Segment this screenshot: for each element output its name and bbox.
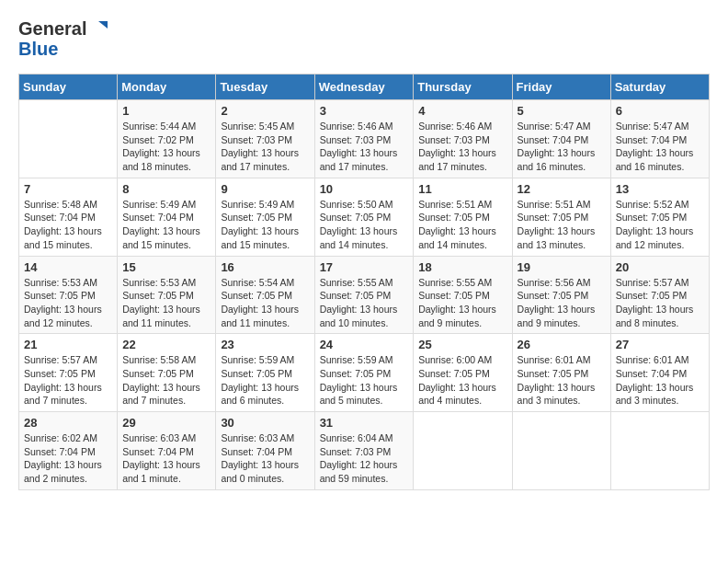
calendar-week-row: 7Sunrise: 5:48 AM Sunset: 7:04 PM Daylig… [19, 178, 710, 256]
day-info: Sunrise: 5:51 AM Sunset: 7:05 PM Dayligh… [518, 198, 606, 252]
calendar-cell: 19Sunrise: 5:56 AM Sunset: 7:05 PM Dayli… [512, 256, 610, 334]
day-number: 20 [616, 260, 704, 274]
day-info: Sunrise: 5:48 AM Sunset: 7:04 PM Dayligh… [24, 198, 112, 252]
calendar-cell: 15Sunrise: 5:53 AM Sunset: 7:05 PM Dayli… [118, 256, 216, 334]
day-info: Sunrise: 6:03 AM Sunset: 7:04 PM Dayligh… [122, 431, 210, 486]
day-info: Sunrise: 5:50 AM Sunset: 7:05 PM Dayligh… [320, 198, 409, 252]
calendar-week-row: 14Sunrise: 5:53 AM Sunset: 7:05 PM Dayli… [19, 256, 710, 334]
day-info: Sunrise: 5:58 AM Sunset: 7:05 PM Dayligh… [122, 353, 210, 408]
header-thursday: Thursday [414, 75, 512, 100]
day-number: 7 [24, 182, 112, 196]
calendar-cell: 28Sunrise: 6:02 AM Sunset: 7:04 PM Dayli… [19, 412, 118, 490]
calendar-cell: 9Sunrise: 5:49 AM Sunset: 7:05 PM Daylig… [216, 178, 314, 256]
page-header: General Blue [18, 18, 710, 59]
calendar-cell: 31Sunrise: 6:04 AM Sunset: 7:03 PM Dayli… [314, 412, 414, 490]
header-monday: Monday [118, 75, 216, 100]
day-number: 6 [616, 104, 704, 118]
day-info: Sunrise: 5:59 AM Sunset: 7:05 PM Dayligh… [221, 353, 309, 408]
calendar-cell: 20Sunrise: 5:57 AM Sunset: 7:05 PM Dayli… [610, 256, 709, 334]
day-info: Sunrise: 5:54 AM Sunset: 7:05 PM Dayligh… [221, 276, 309, 330]
day-info: Sunrise: 5:55 AM Sunset: 7:05 PM Dayligh… [320, 276, 409, 330]
day-info: Sunrise: 5:44 AM Sunset: 7:02 PM Dayligh… [122, 120, 210, 174]
calendar-cell: 25Sunrise: 6:00 AM Sunset: 7:05 PM Dayli… [414, 334, 512, 412]
day-info: Sunrise: 5:46 AM Sunset: 7:03 PM Dayligh… [320, 120, 409, 174]
calendar-cell: 2Sunrise: 5:45 AM Sunset: 7:03 PM Daylig… [216, 100, 314, 178]
day-number: 23 [221, 338, 309, 351]
logo: General Blue [18, 18, 108, 59]
day-info: Sunrise: 6:03 AM Sunset: 7:04 PM Dayligh… [221, 431, 309, 486]
day-number: 9 [221, 182, 309, 196]
day-info: Sunrise: 5:57 AM Sunset: 7:05 PM Dayligh… [616, 276, 704, 330]
day-number: 22 [122, 338, 210, 351]
day-number: 18 [418, 260, 506, 274]
calendar-cell: 17Sunrise: 5:55 AM Sunset: 7:05 PM Dayli… [314, 256, 414, 334]
day-number: 14 [24, 260, 112, 274]
header-wednesday: Wednesday [314, 75, 414, 100]
calendar-week-row: 1Sunrise: 5:44 AM Sunset: 7:02 PM Daylig… [19, 100, 710, 178]
day-number: 4 [418, 104, 506, 118]
calendar-cell: 7Sunrise: 5:48 AM Sunset: 7:04 PM Daylig… [19, 178, 118, 256]
day-info: Sunrise: 5:51 AM Sunset: 7:05 PM Dayligh… [418, 198, 506, 252]
logo-general: General [18, 18, 86, 39]
day-info: Sunrise: 5:53 AM Sunset: 7:05 PM Dayligh… [24, 276, 112, 330]
day-info: Sunrise: 5:45 AM Sunset: 7:03 PM Dayligh… [221, 120, 309, 174]
calendar-cell: 27Sunrise: 6:01 AM Sunset: 7:04 PM Dayli… [610, 334, 709, 412]
day-number: 27 [616, 338, 704, 351]
day-number: 30 [221, 416, 309, 430]
day-number: 2 [221, 104, 309, 118]
calendar-cell [414, 412, 512, 490]
calendar-cell: 8Sunrise: 5:49 AM Sunset: 7:04 PM Daylig… [118, 178, 216, 256]
day-number: 13 [616, 182, 704, 196]
day-number: 11 [418, 182, 506, 196]
calendar-cell [512, 412, 610, 490]
calendar-cell: 23Sunrise: 5:59 AM Sunset: 7:05 PM Dayli… [216, 334, 314, 412]
day-info: Sunrise: 6:01 AM Sunset: 7:04 PM Dayligh… [616, 353, 704, 408]
calendar-cell: 1Sunrise: 5:44 AM Sunset: 7:02 PM Daylig… [118, 100, 216, 178]
calendar-cell: 4Sunrise: 5:46 AM Sunset: 7:03 PM Daylig… [414, 100, 512, 178]
day-number: 1 [122, 104, 210, 118]
day-number: 26 [518, 338, 606, 351]
calendar-cell: 14Sunrise: 5:53 AM Sunset: 7:05 PM Dayli… [19, 256, 118, 334]
calendar-cell: 18Sunrise: 5:55 AM Sunset: 7:05 PM Dayli… [414, 256, 512, 334]
day-number: 16 [221, 260, 309, 274]
calendar-cell: 11Sunrise: 5:51 AM Sunset: 7:05 PM Dayli… [414, 178, 512, 256]
logo-bird-icon [89, 19, 108, 38]
day-number: 28 [24, 416, 112, 430]
day-info: Sunrise: 5:59 AM Sunset: 7:05 PM Dayligh… [320, 353, 409, 408]
header-tuesday: Tuesday [216, 75, 314, 100]
calendar-cell [19, 100, 118, 178]
day-number: 17 [320, 260, 409, 274]
day-info: Sunrise: 5:57 AM Sunset: 7:05 PM Dayligh… [24, 353, 112, 408]
day-number: 5 [518, 104, 606, 118]
svg-marker-0 [98, 21, 108, 29]
day-info: Sunrise: 6:00 AM Sunset: 7:05 PM Dayligh… [418, 353, 506, 408]
day-number: 19 [518, 260, 606, 274]
day-number: 24 [320, 338, 409, 351]
calendar-cell [610, 412, 709, 490]
day-info: Sunrise: 5:52 AM Sunset: 7:05 PM Dayligh… [616, 198, 704, 252]
calendar-cell: 30Sunrise: 6:03 AM Sunset: 7:04 PM Dayli… [216, 412, 314, 490]
day-info: Sunrise: 5:47 AM Sunset: 7:04 PM Dayligh… [518, 120, 606, 174]
header-friday: Friday [512, 75, 610, 100]
day-number: 10 [320, 182, 409, 196]
header-sunday: Sunday [19, 75, 118, 100]
day-number: 31 [320, 416, 409, 430]
logo-container: General Blue [18, 18, 108, 59]
logo-blue: Blue [18, 39, 108, 59]
calendar-cell: 21Sunrise: 5:57 AM Sunset: 7:05 PM Dayli… [19, 334, 118, 412]
calendar-cell: 12Sunrise: 5:51 AM Sunset: 7:05 PM Dayli… [512, 178, 610, 256]
day-info: Sunrise: 5:53 AM Sunset: 7:05 PM Dayligh… [122, 276, 210, 330]
day-info: Sunrise: 6:02 AM Sunset: 7:04 PM Dayligh… [24, 431, 112, 486]
calendar-cell: 29Sunrise: 6:03 AM Sunset: 7:04 PM Dayli… [118, 412, 216, 490]
calendar-cell: 10Sunrise: 5:50 AM Sunset: 7:05 PM Dayli… [314, 178, 414, 256]
day-number: 21 [24, 338, 112, 351]
day-info: Sunrise: 5:46 AM Sunset: 7:03 PM Dayligh… [418, 120, 506, 174]
calendar-cell: 5Sunrise: 5:47 AM Sunset: 7:04 PM Daylig… [512, 100, 610, 178]
day-number: 25 [418, 338, 506, 351]
calendar-cell: 26Sunrise: 6:01 AM Sunset: 7:05 PM Dayli… [512, 334, 610, 412]
calendar-cell: 13Sunrise: 5:52 AM Sunset: 7:05 PM Dayli… [610, 178, 709, 256]
day-info: Sunrise: 6:01 AM Sunset: 7:05 PM Dayligh… [518, 353, 606, 408]
header-saturday: Saturday [610, 75, 709, 100]
calendar-cell: 22Sunrise: 5:58 AM Sunset: 7:05 PM Dayli… [118, 334, 216, 412]
day-number: 15 [122, 260, 210, 274]
